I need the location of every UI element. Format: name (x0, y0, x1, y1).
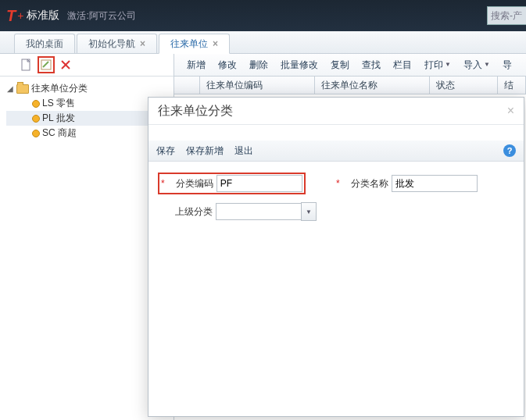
dialog-title: 往来单位分类 (158, 103, 233, 119)
btn-export[interactable]: 导 (496, 54, 518, 76)
btn-save[interactable]: 保存 (156, 144, 175, 158)
btn-new[interactable]: 新增 (181, 54, 212, 76)
dialog-header: 往来单位分类 × (148, 98, 524, 125)
parent-input[interactable] (216, 203, 301, 220)
app-banner: T + 标准版 激活:阿可云公司 搜索-产 (0, 0, 526, 31)
parent-combo[interactable]: ▼ (216, 202, 317, 221)
name-label: 分类名称 (342, 177, 388, 190)
tab-partners[interactable]: 往来单位 × (159, 34, 230, 54)
delete-icon[interactable] (58, 57, 73, 73)
tree-item-pl[interactable]: PL 批发 (6, 111, 170, 126)
btn-edit[interactable]: 修改 (212, 54, 243, 76)
dialog-close-icon[interactable]: × (507, 104, 514, 118)
tree-item-label: SC 商超 (42, 126, 77, 140)
grid-col-blank (174, 77, 200, 94)
tab-label: 初始化导航 (88, 34, 135, 53)
close-icon[interactable]: × (140, 34, 145, 53)
tab-label: 往来单位 (170, 34, 208, 53)
chevron-down-icon[interactable]: ▼ (301, 202, 317, 221)
logo-plus: + (17, 9, 23, 22)
btn-columns[interactable]: 栏目 (387, 54, 418, 76)
btn-batch[interactable]: 批量修改 (274, 54, 324, 76)
grid-header: 往来单位编码 往来单位名称 状态 结算客户 (174, 77, 526, 94)
code-field-highlight: * 分类编码 (158, 173, 306, 194)
btn-print[interactable]: 打印▼ (418, 54, 457, 76)
tree-item-label: LS 零售 (42, 97, 75, 110)
collapse-icon[interactable]: ◢ (6, 84, 14, 93)
tab-desktop[interactable]: 我的桌面 (14, 34, 75, 53)
bullet-icon (32, 100, 40, 108)
tree-item-label: PL 批发 (42, 112, 75, 125)
search-placeholder: 搜索-产 (491, 9, 522, 23)
new-file-icon[interactable] (19, 57, 34, 73)
sidebar-toolbar (0, 54, 174, 77)
bullet-icon (32, 130, 40, 137)
tree-item-sc[interactable]: SC 商超 (6, 126, 170, 141)
chevron-down-icon: ▼ (484, 54, 490, 76)
grid-col-status[interactable]: 状态 (430, 77, 498, 94)
dialog-body: * 分类编码 * 分类名称 上级分类 ▼ (148, 162, 524, 240)
tree-root-label: 往来单位分类 (31, 82, 88, 95)
tree-root[interactable]: ◢ 往来单位分类 (6, 81, 170, 96)
grid-col-name[interactable]: 往来单位名称 (315, 77, 430, 94)
bullet-icon (32, 115, 40, 123)
code-label: 分类编码 (166, 177, 213, 190)
tab-init-nav[interactable]: 初始化导航 × (77, 34, 157, 53)
edit-icon[interactable] (38, 56, 55, 73)
category-dialog: 往来单位分类 × 保存 保存新增 退出 ? * 分类编码 * (148, 97, 524, 417)
tree-item-ls[interactable]: LS 零售 (6, 96, 170, 111)
grid-col-settle[interactable]: 结算客户 (498, 77, 526, 94)
name-input[interactable] (392, 175, 478, 192)
help-icon[interactable]: ? (503, 144, 516, 157)
grid-col-code[interactable]: 往来单位编码 (200, 77, 315, 94)
folder-icon (16, 84, 29, 94)
logo-text: T (6, 7, 16, 25)
edition-label: 标准版 (27, 9, 59, 23)
required-mark: * (336, 178, 340, 189)
required-mark: * (161, 178, 165, 189)
btn-save-new[interactable]: 保存新增 (186, 144, 224, 158)
tab-label: 我的桌面 (26, 34, 63, 53)
top-tabs: 我的桌面 初始化导航 × 往来单位 × (0, 31, 526, 54)
code-input[interactable] (216, 175, 302, 192)
btn-copy[interactable]: 复制 (324, 54, 356, 76)
btn-exit[interactable]: 退出 (234, 144, 253, 158)
btn-delete[interactable]: 删除 (243, 54, 274, 76)
global-search-input[interactable]: 搜索-产 (487, 6, 526, 25)
company-label: 激活:阿可云公司 (67, 9, 135, 23)
dialog-toolbar: 保存 保存新增 退出 ? (148, 141, 524, 162)
parent-label: 上级分类 (166, 205, 213, 219)
btn-import[interactable]: 导入▼ (457, 54, 496, 76)
chevron-down-icon: ▼ (445, 54, 451, 76)
close-icon[interactable]: × (213, 34, 218, 53)
main-toolbar: 新增 修改 删除 批量修改 复制 查找 栏目 打印▼ 导入▼ 导 (174, 54, 526, 77)
btn-search[interactable]: 查找 (356, 54, 387, 76)
